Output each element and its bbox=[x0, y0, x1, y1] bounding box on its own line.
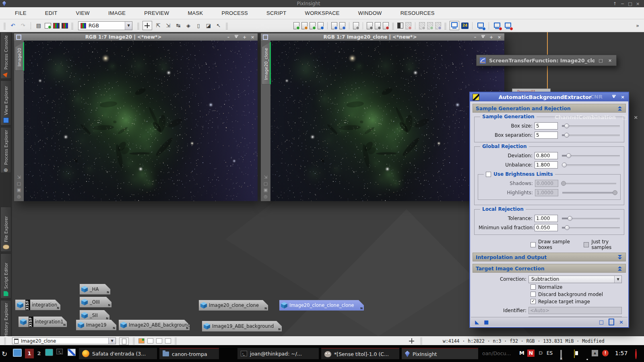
updates-icon[interactable]: ▲ bbox=[592, 350, 598, 356]
view-selector[interactable]: Image20_clone ▼ bbox=[12, 337, 116, 344]
process-add-icon[interactable] bbox=[310, 22, 316, 29]
minimize-button[interactable]: − bbox=[619, 1, 626, 6]
view-save-icon[interactable] bbox=[331, 22, 337, 29]
minimized-image-image19[interactable]: Image19 N bbox=[76, 320, 116, 330]
new-image-icon[interactable] bbox=[45, 23, 51, 29]
close-button[interactable]: × bbox=[634, 1, 642, 6]
view-tab-image20-clone[interactable]: Image20_clone bbox=[262, 42, 271, 84]
browse-documentation-icon[interactable] bbox=[609, 319, 614, 325]
close-button[interactable]: × bbox=[607, 58, 613, 63]
history-find-icon[interactable] bbox=[435, 22, 441, 29]
history-back-icon[interactable] bbox=[419, 22, 425, 29]
minimized-image-image20-clone-clone-clone[interactable]: Image20_clone_clone_clone N bbox=[279, 300, 364, 311]
fit-view-icon[interactable]: ↹ bbox=[174, 22, 182, 30]
menu-process[interactable]: PROCESS bbox=[212, 10, 257, 16]
close-button[interactable]: × bbox=[250, 35, 256, 39]
box-separation-input[interactable] bbox=[535, 132, 558, 139]
sidebar-tab-process-explorer[interactable]: Process Explorer ⊛ bbox=[0, 127, 11, 173]
process-find-icon[interactable] bbox=[318, 22, 324, 29]
restore-button[interactable]: □ bbox=[598, 58, 604, 63]
icc-24bit-icon[interactable]: 24 bbox=[461, 23, 469, 29]
unbalance-input[interactable] bbox=[535, 161, 558, 169]
normalize-checkbox[interactable] bbox=[530, 284, 536, 290]
box-size-slider[interactable] bbox=[562, 123, 620, 129]
min-valid-fraction-input[interactable] bbox=[535, 224, 558, 231]
bar-handle[interactable] bbox=[420, 338, 422, 344]
rgb-merge-icon[interactable] bbox=[62, 23, 68, 29]
strip-target-icon[interactable]: ◎ bbox=[17, 194, 21, 199]
doc-reload-icon[interactable] bbox=[375, 22, 381, 29]
expand-chevron-icon[interactable] bbox=[617, 255, 623, 259]
alert-icon[interactable]: ! bbox=[602, 350, 609, 356]
minimize-button[interactable]: – bbox=[472, 35, 478, 39]
sidebar-tab-history-explorer[interactable]: History Explorer ◆ bbox=[0, 300, 11, 336]
image-canvas-image20[interactable] bbox=[24, 41, 258, 201]
minimized-image-image19-abe-background[interactable]: Image19_ABE_background N bbox=[202, 321, 282, 331]
deviation-input[interactable] bbox=[535, 152, 558, 159]
menu-script[interactable]: SCRIPT bbox=[257, 10, 295, 16]
dropdown-arrow-icon[interactable]: ▼ bbox=[125, 22, 132, 30]
minimized-image-image20-abe-background[interactable]: Image20_ABE_background N bbox=[119, 320, 190, 330]
task-file-manager[interactable]: canon-trompa bbox=[159, 348, 219, 359]
minimized-image-integration[interactable]: XISF integration N bbox=[15, 300, 60, 310]
toolbar-handle[interactable] bbox=[4, 22, 6, 29]
drawer-launcher-icon[interactable] bbox=[45, 349, 53, 356]
menu-mask[interactable]: MASK bbox=[178, 10, 212, 16]
window-titlebar[interactable]: RGB 1:7 Image20 | <*new*> – + × bbox=[14, 33, 258, 41]
view-revert-icon[interactable] bbox=[353, 22, 359, 29]
process-run-icon[interactable] bbox=[293, 22, 299, 29]
stf-screen-icon[interactable] bbox=[450, 21, 459, 30]
menu-workspace[interactable]: WORKSPACE bbox=[296, 10, 349, 16]
dropdown-arrow-icon[interactable]: ▼ bbox=[614, 276, 621, 283]
stf-disable-icon[interactable] bbox=[493, 22, 502, 30]
editor-launcher-icon[interactable] bbox=[68, 349, 76, 356]
section-interpolation-output[interactable]: Interpolation and Output bbox=[473, 253, 626, 261]
menu-file[interactable]: FILE bbox=[6, 10, 36, 16]
task-ghost[interactable]: oan/Docu... bbox=[482, 350, 511, 356]
history-ok-icon[interactable] bbox=[427, 22, 433, 29]
shade-button[interactable] bbox=[480, 35, 486, 39]
collapse-chevron-icon[interactable] bbox=[617, 266, 623, 271]
replace-target-checkbox[interactable] bbox=[530, 299, 536, 304]
minimized-image-image20-clone-clone[interactable]: Image20_clone_clone N bbox=[199, 300, 268, 311]
toolbar-overflow-icon[interactable]: » bbox=[634, 22, 642, 30]
toolbar-handle[interactable] bbox=[392, 22, 394, 29]
deviation-slider[interactable] bbox=[562, 153, 620, 158]
shade-button[interactable] bbox=[233, 35, 239, 39]
nav-mode-icon[interactable]: ◈ bbox=[184, 22, 192, 30]
redo-icon[interactable]: ↷ bbox=[19, 22, 27, 30]
box-separation-slider[interactable] bbox=[562, 132, 620, 138]
terminal-launcher-icon[interactable]: ›_ bbox=[56, 349, 63, 354]
toolbar-handle[interactable] bbox=[137, 22, 139, 29]
use-brightness-limits-checkbox[interactable] bbox=[486, 172, 491, 177]
bar-handle[interactable] bbox=[133, 338, 135, 344]
stf-reset-icon[interactable] bbox=[504, 22, 512, 30]
window-titlebar[interactable]: RGB 1:7 Image20_clone | <*new*> – + × bbox=[261, 33, 504, 41]
toolbar-handle[interactable] bbox=[71, 22, 73, 29]
workspace-2-button[interactable]: 2 bbox=[35, 349, 43, 358]
mask-show-icon[interactable] bbox=[397, 23, 403, 29]
task-terminal[interactable]: ›_ joan@thinkpad: ~/... bbox=[237, 348, 319, 359]
color-swatch[interactable] bbox=[156, 338, 162, 343]
network-offline-icon[interactable] bbox=[560, 350, 562, 359]
task-gimp[interactable]: *[Sense títol]-1.0 (C... bbox=[321, 348, 399, 359]
section-sample-generation-rejection[interactable]: Sample Generation and Rejection bbox=[473, 104, 626, 113]
view-tab-image20[interactable]: Image20 bbox=[15, 42, 24, 71]
section-target-image-correction[interactable]: Target Image Correction bbox=[473, 264, 626, 273]
tolerance-input[interactable] bbox=[535, 215, 558, 222]
bar-handle[interactable] bbox=[4, 338, 6, 344]
stf-dialog[interactable]: ScreenTransferFunction: Image20_clone □ … bbox=[476, 55, 617, 66]
tray-indicator-n[interactable]: N bbox=[527, 350, 535, 357]
page-select-icon[interactable]: ◪ bbox=[204, 22, 213, 30]
sidebar-tab-process-console[interactable]: Process Console bbox=[0, 32, 11, 79]
duplicate-view-button[interactable] bbox=[119, 337, 129, 345]
workspace-1-button[interactable]: 1 bbox=[25, 349, 34, 358]
strip-target-icon[interactable]: ◎ bbox=[264, 194, 268, 199]
cursor-icon[interactable]: ↖ bbox=[215, 22, 223, 30]
tolerance-slider[interactable] bbox=[562, 216, 620, 221]
minimized-image-oiii[interactable]: _OIII N bbox=[80, 297, 111, 307]
view-load-icon[interactable] bbox=[339, 22, 345, 29]
box-size-input[interactable] bbox=[535, 122, 558, 130]
collapse-chevron-icon[interactable] bbox=[617, 106, 623, 111]
toolbar-handle[interactable] bbox=[226, 22, 228, 29]
